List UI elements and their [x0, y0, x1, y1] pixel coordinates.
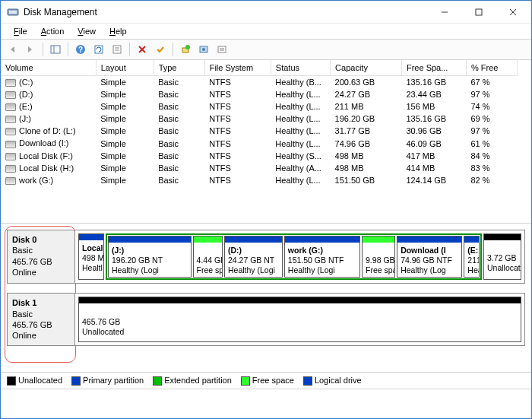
- legend-logical-swatch: [303, 376, 312, 386]
- volume-row[interactable]: Local Disk (H:)SimpleBasicNTFSHealthy (A…: [1, 162, 518, 174]
- rescan-button[interactable]: [109, 41, 125, 58]
- col-capacity[interactable]: Capacity: [331, 60, 402, 76]
- volume-list[interactable]: Volume Layout Type File System Status Ca…: [1, 60, 531, 224]
- volume-row[interactable]: (C:)SimpleBasicNTFSHealthy (B...200.63 G…: [1, 76, 518, 89]
- volume-row[interactable]: (E:)SimpleBasicNTFSHealthy (L...211 MB15…: [1, 100, 518, 113]
- free-space-1[interactable]: 4.44 GBFree spac: [193, 236, 223, 278]
- col-type[interactable]: Type: [154, 60, 204, 76]
- svg-rect-3: [476, 9, 482, 15]
- disk-map[interactable]: Disk 0 Basic 465.76 GB Online Local498 M…: [1, 224, 531, 372]
- volume-row[interactable]: work (G:)SimpleBasicNTFSHealthy (L...151…: [1, 174, 518, 186]
- menu-view[interactable]: View: [71, 25, 103, 37]
- help-button[interactable]: ?: [72, 41, 89, 58]
- attach-vhd-button[interactable]: [195, 41, 212, 58]
- col-status[interactable]: Status: [271, 60, 330, 76]
- drive-icon: [5, 165, 16, 173]
- forward-button[interactable]: [22, 41, 39, 58]
- legend-primary-swatch: [71, 376, 81, 386]
- column-headers[interactable]: Volume Layout Type File System Status Ca…: [1, 60, 518, 76]
- drive-icon: [5, 177, 16, 185]
- extended-partition: (J:)196.20 GB NTHealthy (Logi 4.44 GBFre…: [106, 233, 482, 280]
- disk-management-icon: [7, 6, 19, 18]
- back-button[interactable]: [4, 41, 21, 58]
- menu-file[interactable]: File: [7, 25, 34, 37]
- partition-local[interactable]: Local498 MHealtl: [78, 233, 104, 280]
- drive-icon: [5, 79, 16, 87]
- menu-help[interactable]: Help: [103, 25, 134, 37]
- disk-1-graph: 465.76 GBUnallocated: [75, 293, 525, 345]
- svg-rect-6: [51, 46, 60, 53]
- close-button[interactable]: [496, 2, 530, 23]
- toolbar: ?: [1, 39, 531, 60]
- legend-extended-swatch: [153, 376, 162, 386]
- svg-rect-11: [113, 46, 121, 53]
- volume-row[interactable]: Download (I:)SimpleBasicNTFSHealthy (L..…: [1, 137, 518, 149]
- disk-0-graph: Local498 MHealtl (J:)196.20 GB NTHealthy…: [75, 230, 525, 284]
- menu-action[interactable]: Action: [34, 25, 71, 37]
- titlebar[interactable]: Disk Management: [1, 1, 531, 24]
- volume-row[interactable]: Clone of D: (L:)SimpleBasicNTFSHealthy (…: [1, 125, 518, 137]
- volume-row[interactable]: (J:)SimpleBasicNTFSHealthy (L...196.20 G…: [1, 113, 518, 125]
- disk-row-0[interactable]: Disk 0 Basic 465.76 GB Online Local498 M…: [7, 230, 525, 284]
- svg-rect-1: [9, 11, 17, 14]
- col-pctfree[interactable]: % Free: [466, 60, 517, 76]
- col-freespace[interactable]: Free Spa...: [401, 60, 466, 76]
- svg-point-19: [202, 48, 205, 51]
- legend: Unallocated Primary partition Extended p…: [1, 372, 531, 389]
- partition-j[interactable]: (J:)196.20 GB NTHealthy (Logi: [108, 236, 192, 278]
- drive-icon: [5, 116, 16, 123]
- unallocated-d1[interactable]: 465.76 GBUnallocated: [78, 297, 521, 341]
- drive-icon: [5, 91, 16, 99]
- disk-row-1[interactable]: Disk 1 Basic 465.76 GB Online 465.76 GBU…: [7, 293, 525, 345]
- disk-1-label[interactable]: Disk 1 Basic 465.76 GB Online: [7, 293, 75, 345]
- delete-button[interactable]: [134, 41, 150, 58]
- window-title: Disk Management: [24, 7, 427, 17]
- maximize-button[interactable]: [461, 2, 496, 23]
- partition-d[interactable]: (D:)24.27 GB NTHealthy (Logi: [224, 236, 283, 278]
- col-layout[interactable]: Layout: [96, 60, 154, 76]
- statusbar: [1, 389, 531, 405]
- new-volume-button[interactable]: [177, 41, 194, 58]
- volume-row[interactable]: Local Disk (F:)SimpleBasicNTFSHealthy (S…: [1, 150, 518, 162]
- show-hide-tree-button[interactable]: [47, 41, 64, 58]
- free-space-2[interactable]: 9.98 GBFree space: [362, 236, 395, 278]
- check-button[interactable]: [152, 41, 169, 58]
- partition-work-g[interactable]: work (G:)151.50 GB NTFHealthy (Logi: [284, 236, 360, 278]
- more-actions-button[interactable]: [214, 41, 230, 58]
- svg-text:?: ?: [78, 46, 83, 54]
- legend-unallocated-swatch: [7, 376, 16, 386]
- volume-row[interactable]: (D:)SimpleBasicNTFSHealthy (L...24.27 GB…: [1, 88, 518, 100]
- drive-icon: [5, 153, 16, 160]
- svg-rect-20: [218, 46, 226, 52]
- col-volume[interactable]: Volume: [1, 60, 96, 76]
- refresh-button[interactable]: [90, 41, 107, 58]
- unallocated-d0[interactable]: 3.72 GBUnallocat: [483, 233, 521, 280]
- minimize-button[interactable]: [427, 2, 461, 23]
- disk-0-label[interactable]: Disk 0 Basic 465.76 GB Online: [7, 230, 75, 284]
- svg-point-17: [185, 45, 190, 49]
- col-fs[interactable]: File System: [204, 60, 271, 76]
- partition-download-i[interactable]: Download (I74.96 GB NTFHealthy (Log: [397, 236, 462, 278]
- menubar: File Action View Help: [1, 24, 531, 39]
- drive-icon: [5, 128, 16, 135]
- legend-free-swatch: [241, 376, 250, 386]
- drive-icon: [5, 103, 16, 111]
- partition-e[interactable]: (E:211Hea: [464, 236, 480, 278]
- drive-icon: [5, 141, 16, 148]
